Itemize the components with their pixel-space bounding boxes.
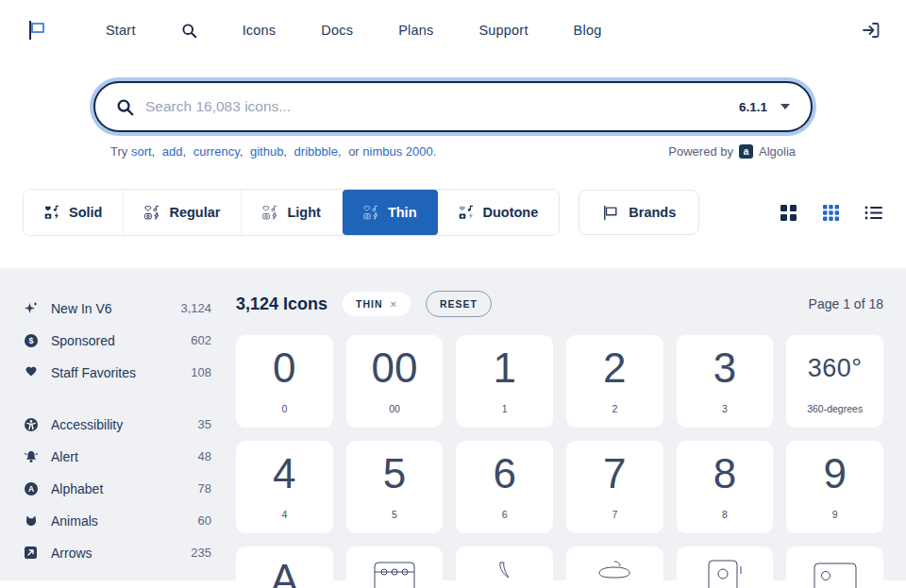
icon-card-9[interactable]: 9 9 (786, 441, 883, 533)
sidebar-item-new-in-v6[interactable]: New In V6 3,124 (23, 294, 225, 322)
tab-label: Duotone (483, 205, 539, 220)
nav-item-plans[interactable]: Plans (398, 23, 433, 38)
icon-card-acorn[interactable] (566, 546, 663, 588)
remove-filter-icon[interactable]: × (391, 298, 397, 310)
sidebar-item-animals[interactable]: Animals 60 (23, 507, 225, 534)
try-prefix: Try (110, 144, 127, 159)
tab-style-duotone[interactable]: Duotone (438, 190, 560, 235)
sidebar-item-label: New In V6 (51, 301, 112, 316)
sidebar-item-count: 3,124 (180, 301, 225, 315)
flag-icon (602, 205, 619, 221)
suggestion-link-dribbble[interactable]: dribbble (294, 144, 338, 159)
chevron-down-icon (780, 104, 790, 109)
icon-glyph-3: 3 (677, 335, 774, 401)
circle-dollar-icon: $ (23, 333, 39, 348)
icon-glyph-4: 4 (236, 441, 333, 507)
sidebar-item-accessibility[interactable]: Accessibility 35 (23, 411, 225, 438)
brands-label: Brands (629, 205, 676, 220)
sign-in-button[interactable] (861, 20, 881, 41)
version-label: 6.1.1 (739, 100, 767, 114)
top-nav: Start Icons Docs Plans Support Blog (0, 0, 906, 60)
tab-style-solid[interactable]: Solid (24, 190, 124, 235)
view-list-button[interactable] (864, 205, 883, 221)
style-filter-bar: Solid Regular Light (0, 189, 906, 236)
style-cluster-icon (144, 205, 160, 220)
results-main: 3,124 Icons THIN × RESET Page 1 of 18 0 … (225, 291, 883, 580)
suggestion-link-github[interactable]: github (250, 144, 283, 159)
icon-glyph-9: 9 (786, 441, 883, 507)
icon-card-1[interactable]: 1 1 (456, 335, 553, 428)
nav-item-blog[interactable]: Blog (574, 23, 602, 38)
search-input[interactable] (145, 98, 739, 115)
nav-item-docs[interactable]: Docs (321, 23, 353, 38)
icon-glyph-5: 5 (346, 441, 444, 507)
nav-search-button[interactable] (181, 23, 197, 39)
cat-icon (23, 514, 39, 528)
icon-card-7[interactable]: 7 7 (566, 441, 663, 533)
icon-card-2[interactable]: 2 2 (566, 335, 663, 428)
version-dropdown[interactable]: 6.1.1 (739, 100, 790, 114)
view-small-grid-button-active[interactable] (822, 204, 840, 222)
icon-card-6[interactable]: 6 6 (456, 441, 553, 533)
sidebar-group-gap (23, 391, 225, 411)
suggestion-link-currency[interactable]: currency (193, 144, 240, 159)
powered-by-algolia[interactable]: Powered by a Algolia (668, 144, 796, 159)
sidebar-item-alphabet[interactable]: A Alphabet 78 (23, 475, 225, 502)
icon-glyph-1: 1 (456, 335, 553, 401)
sidebar-item-label: Alphabet (51, 481, 103, 496)
icon-card-3[interactable]: 3 3 (677, 335, 774, 428)
reset-filters-button[interactable]: RESET (426, 291, 492, 317)
sidebar-item-alert[interactable]: Alert 48 (23, 443, 225, 470)
icon-card-label: 8 (722, 509, 728, 520)
tab-style-regular[interactable]: Regular (124, 190, 242, 235)
results-header: 3,124 Icons THIN × RESET Page 1 of 18 (236, 291, 883, 317)
icon-card-address-book[interactable] (677, 546, 774, 588)
tab-style-thin-active[interactable]: Thin (343, 190, 438, 235)
icon-card-label: 9 (832, 509, 838, 520)
icon-card-label: 00 (389, 403, 400, 414)
nav-item-start[interactable]: Start (106, 23, 136, 38)
icon-card-label: 3 (722, 403, 728, 414)
square-arrow-icon (23, 546, 39, 560)
font-awesome-logo[interactable] (25, 18, 49, 42)
icon-card-5[interactable]: 5 5 (346, 441, 444, 533)
sidebar-item-label: Sponsored (51, 333, 115, 348)
style-cluster-icon (44, 205, 60, 220)
icon-card-address-card[interactable] (786, 546, 883, 588)
view-large-grid-button[interactable] (780, 204, 797, 222)
sidebar-item-count: 35 (198, 417, 225, 431)
icon-card-4[interactable]: 4 4 (236, 441, 333, 533)
icon-card-a[interactable]: A (236, 546, 333, 588)
sidebar-item-count: 235 (191, 546, 225, 560)
suggestion-link-add[interactable]: add (162, 144, 183, 159)
sidebar-item-count: 108 (191, 365, 225, 379)
icon-card-00[interactable]: 00 00 (346, 335, 444, 428)
category-sidebar: New In V6 3,124 $ Sponsored 602 Staff Fa… (23, 291, 225, 580)
sidebar-item-arrows[interactable]: Arrows 235 (23, 539, 225, 566)
grid-2-icon (780, 204, 797, 222)
icon-search-bar[interactable]: 6.1.1 (93, 81, 813, 132)
search-icon (116, 98, 134, 116)
tab-label: Light (287, 205, 320, 220)
sidebar-item-label: Alert (51, 449, 78, 464)
icon-card-8[interactable]: 8 8 (677, 441, 774, 533)
suggestion-link-nimbus[interactable]: nimbus 2000 (362, 144, 432, 159)
search-icon (181, 23, 197, 39)
icon-card-accent-grave[interactable] (456, 546, 553, 588)
suggestion-link-sort[interactable]: sort (131, 144, 152, 159)
nav-item-icons[interactable]: Icons (243, 23, 277, 38)
brands-filter-button[interactable]: Brands (579, 190, 699, 235)
filter-chip-thin[interactable]: THIN × (343, 292, 411, 316)
sidebar-item-staff-favorites[interactable]: Staff Favorites 108 (23, 359, 225, 386)
icon-card-360-degrees[interactable]: 360° 360-degrees (786, 335, 883, 428)
sidebar-item-sponsored[interactable]: $ Sponsored 602 (23, 327, 225, 354)
sparkles-icon (23, 301, 39, 316)
tab-style-light[interactable]: Light (242, 190, 342, 235)
grid-3-icon (822, 204, 840, 222)
icon-card-0[interactable]: 0 0 (236, 335, 333, 428)
bell-icon (23, 449, 39, 464)
or-word: or (348, 144, 360, 159)
style-cluster-icon (262, 205, 278, 220)
icon-card-abacus[interactable] (346, 546, 444, 588)
nav-item-support[interactable]: Support (478, 23, 528, 38)
